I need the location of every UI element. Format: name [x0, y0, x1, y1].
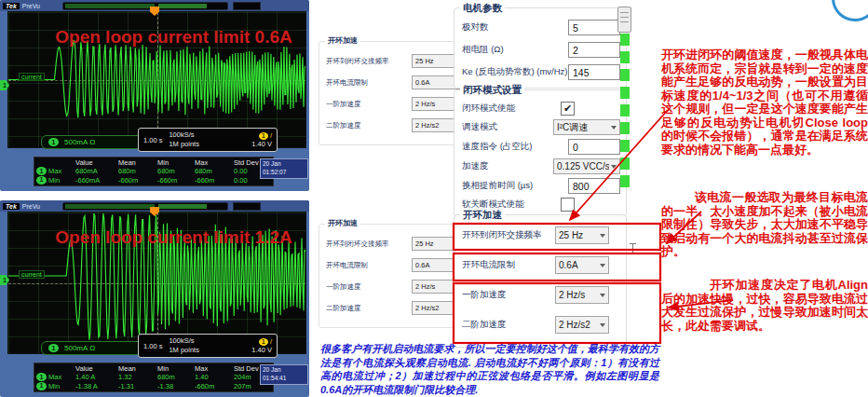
field-label: 开环电流限制: [462, 259, 555, 271]
meas-max: 680m: [195, 167, 234, 175]
meas-row-label: 1Max: [36, 373, 75, 381]
col-header: Max: [195, 364, 234, 373]
field-label: 开环到闭环交接频率: [462, 229, 555, 241]
channel-name-tag: current: [19, 73, 45, 81]
speed-mode-select[interactable]: I²C调速: [553, 119, 620, 135]
trigger-level: 1.40 V: [251, 140, 272, 148]
field-label: 二阶加速度: [326, 304, 412, 313]
second-order-accel-select[interactable]: 2 Hz/s2: [555, 316, 609, 334]
speed-command-input[interactable]: 0: [568, 139, 620, 155]
group-title: 电机参数: [460, 2, 505, 15]
record-length: 1M points: [169, 140, 199, 149]
datetime-box: 20 Jan 01:52:07: [260, 158, 308, 179]
trigger-source-badge: 1: [259, 338, 268, 346]
motor-parameters-group: 电机参数 极对数 5 相电阻 (Ω) 2 Ke (反电动势常数) (mv/Hz)…: [454, 7, 627, 89]
first-order-accel-select[interactable]: 2 Hz/s: [555, 286, 609, 304]
meas-row-label: 1Min: [36, 382, 75, 390]
acquisition-mode-label: PreVu: [22, 3, 40, 9]
handoff-frequency-select[interactable]: 25 Hz: [555, 226, 609, 244]
timebase-readout: 1.00 s 100kS/s 1M points 1 / 1.40 V: [138, 334, 278, 358]
oscilloscope-capture-1-2a: Tek PreVu Open loop current limit 1.2A c…: [0, 200, 309, 397]
annotation-threshold-speed: 开环进闭环的阈值速度，一般视具体电机系统而定，宗旨就是转到一定的速度能产生足够的…: [661, 48, 868, 157]
scope-date: 20 Jan: [263, 366, 305, 375]
meas-min: 680m: [157, 167, 195, 175]
field-label: 极对数: [462, 21, 568, 34]
meas-row-label: 1Min: [36, 176, 75, 185]
page: Tek PreVu Open loop current limit 0.6A c…: [0, 0, 868, 397]
current-limit-select[interactable]: 0.6A: [555, 256, 609, 274]
scope-annotation-title: Open loop current limit 0.6A: [46, 27, 302, 48]
meas-max: -660m: [195, 176, 234, 185]
field-label: 开环到闭环交接频率: [326, 57, 412, 66]
channel-name-tag: current: [19, 270, 45, 279]
acquisition-chip: [233, 2, 261, 10]
field-label: 开环电流限制: [326, 78, 412, 88]
timebase-value: 1.00 s: [143, 342, 162, 350]
sample-rate: 100kS/s: [169, 336, 199, 346]
channel-badge: 1: [48, 344, 59, 352]
chevron-down-icon: [611, 126, 617, 130]
chevron-down-icon: [600, 294, 605, 297]
phase-resistance-input[interactable]: 2: [568, 42, 620, 58]
chevron-down-icon: [611, 165, 617, 169]
meas-min: -1.38: [157, 382, 195, 390]
scroll-handle[interactable]: [617, 7, 631, 33]
oscilloscope-capture-0-6a: Tek PreVu Open loop current limit 0.6A c…: [0, 0, 309, 191]
open-loop-accel-panel-bottom: 开环加速 开环到闭环交接频率 25 Hz 开环电流限制 0.6A 一阶加速度 2…: [319, 224, 469, 328]
acquisition-mode-label: PreVu: [22, 203, 40, 210]
group-title: 开环加速: [460, 209, 505, 222]
commutation-advance-input[interactable]: 800: [568, 178, 620, 194]
acquisition-preview-bar: [62, 2, 228, 10]
text-cursor-icon: [630, 243, 636, 254]
field-label: 调速模式: [462, 121, 553, 133]
vertical-scale-label: 500mA Ω: [64, 344, 95, 352]
group-title: 闭环模式设置: [460, 84, 524, 97]
meas-value: -1.38 A: [75, 382, 118, 390]
open-loop-accel-group: 开环加速 开环到闭环交接频率 25 Hz 开环电流限制 0.6A 一阶加速度 2…: [454, 214, 627, 348]
closed-loop-enable-checkbox[interactable]: ✔: [561, 102, 575, 116]
field-label: 速度指令 (占空比): [462, 141, 568, 153]
field-label: 一阶加速度: [326, 100, 412, 109]
meas-mean: -660m: [118, 176, 157, 185]
scope-date: 20 Jan: [263, 160, 305, 169]
record-length: 1M points: [169, 346, 199, 355]
field-label: 相电阻 (Ω): [462, 44, 568, 56]
soft-off-enable-checkbox[interactable]: [561, 198, 575, 212]
field-label: 开环到闭环交接频率: [326, 240, 412, 249]
trigger-slope-icon: /: [270, 337, 272, 346]
acquisition-preview-bar: [62, 202, 228, 211]
open-loop-accel-panel-top: 开环加速 开环到闭环交接频率 25 Hz 开环电流限制 0.6A 一阶加速度 2…: [319, 41, 469, 145]
acceleration-select[interactable]: 0.125 VCC/s: [553, 158, 620, 174]
annotation-acceleration: 开环加速度决定了电机Align后的加速快慢，过快，容易导致电流过大发生过流保护，…: [661, 279, 868, 333]
trigger-level: 1.40 V: [251, 346, 272, 354]
group-title: 开环加速: [325, 218, 360, 228]
field-label: Ke (反电动势常数) (mv/Hz): [462, 66, 568, 78]
ke-constant-input[interactable]: 145: [568, 64, 620, 80]
green-dashed-scrollbar[interactable]: [620, 34, 630, 192]
trigger-source-badge: 1: [259, 132, 268, 140]
chevron-down-icon: [600, 264, 605, 267]
scope-time: 01:52:07: [263, 169, 305, 177]
tek-logo: Tek: [3, 203, 20, 210]
chevron-down-icon: [600, 323, 605, 327]
col-header: Mean: [118, 364, 157, 373]
trigger-slope-icon: /: [270, 131, 272, 140]
annotation-current-choice: 该电流一般选取为最终目标电流的一半。太小速度加不起来（被小电流限制住）导致失步，…: [661, 191, 868, 259]
col-header: Max: [195, 158, 234, 167]
logo-arc-icon: [832, 0, 868, 21]
col-header: Value: [75, 364, 118, 373]
field-label: 加速度: [462, 160, 553, 172]
pole-pairs-input[interactable]: 5: [568, 20, 620, 35]
chevron-down-icon: [600, 234, 605, 238]
acquisition-chip: [233, 202, 261, 211]
acquisition-segment: [65, 204, 155, 209]
meas-mean: 1.32: [118, 373, 157, 381]
field-label: 闭环模式使能: [462, 103, 561, 115]
acquisition-segment: [65, 4, 155, 8]
meas-row-label: 1Max: [36, 167, 75, 175]
sample-rate: 100kS/s: [169, 130, 199, 140]
acquisition-segment: [158, 204, 207, 209]
measurement-table: Value Mean Min Max Std Dev 1Max 680mA 68…: [34, 157, 274, 186]
meas-value: -660mA: [75, 176, 118, 185]
timebase-value: 1.00 s: [143, 136, 162, 144]
